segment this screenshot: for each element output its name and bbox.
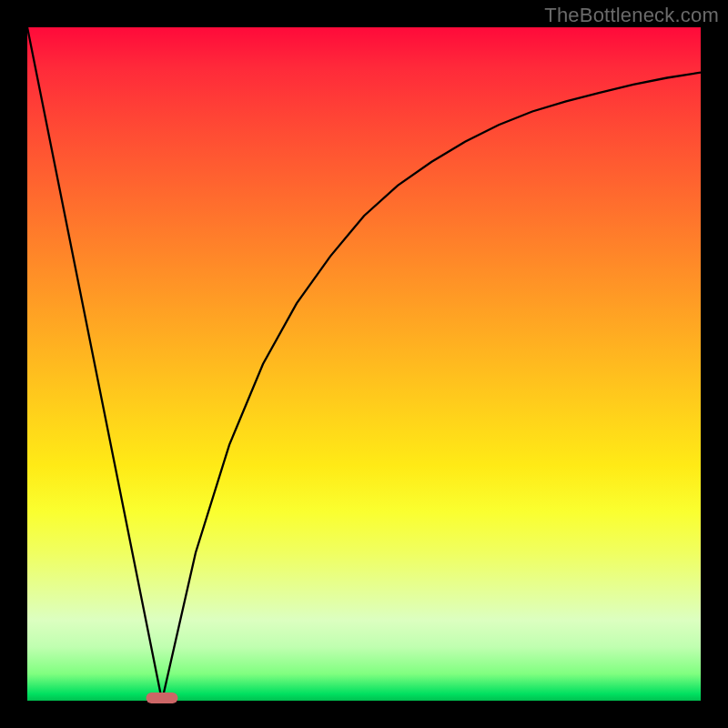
bottleneck-curve: [27, 27, 701, 701]
watermark-text: TheBottleneck.com: [544, 4, 719, 27]
optimal-point-marker: [147, 693, 178, 703]
curve-layer: [27, 27, 701, 701]
chart-frame: TheBottleneck.com: [0, 0, 728, 728]
